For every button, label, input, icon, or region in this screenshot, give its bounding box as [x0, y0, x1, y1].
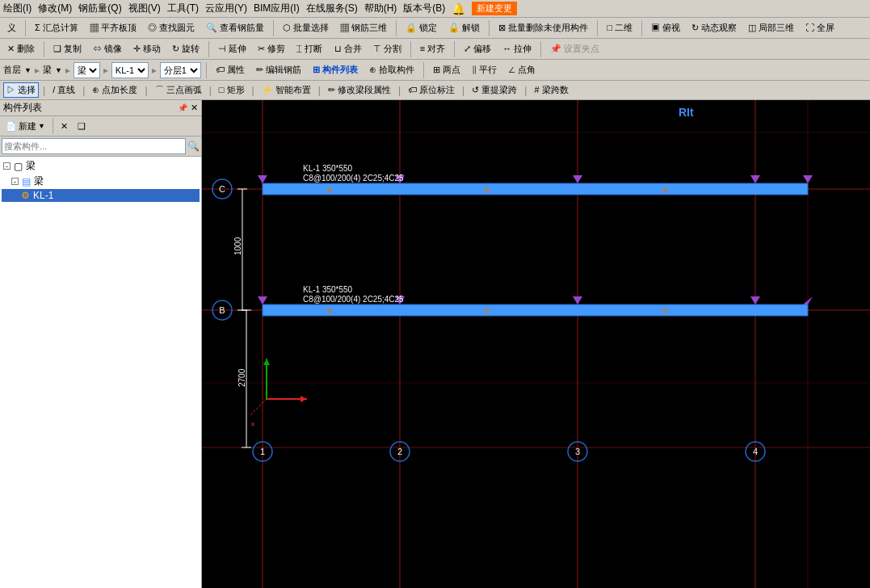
batch-select-btn[interactable]: ⬡ 批量选择: [279, 20, 333, 36]
menu-view[interactable]: 视图(V): [128, 2, 161, 15]
merge-btn[interactable]: ⊔ 合并: [330, 41, 366, 57]
parallel-btn[interactable]: ∥ 平行: [468, 62, 501, 78]
trim-btn[interactable]: ✂ 修剪: [254, 41, 289, 57]
component-list-btn[interactable]: ⊞ 构件列表: [309, 62, 362, 78]
rotate-btn2[interactable]: ↻ 旋转: [168, 41, 204, 57]
arc-tool-btn[interactable]: ⌒ 三点画弧: [152, 82, 205, 98]
two-point-btn[interactable]: ⊞ 两点: [429, 62, 464, 78]
menu-rebar[interactable]: 钢筋量(Q): [78, 2, 121, 15]
separator1: ▸: [35, 65, 40, 76]
2d-btn[interactable]: □ 二维: [603, 20, 637, 36]
tree-root[interactable]: - ▢ 梁: [2, 158, 200, 174]
id-select[interactable]: KL-1: [111, 62, 149, 78]
align-top-btn[interactable]: ▦ 平齐板顶: [86, 20, 141, 36]
canvas-area[interactable]: KL-1 350*550 C8@100/200(4) 2C25;4C25 KL-…: [202, 100, 870, 588]
dynamic-obs-btn[interactable]: ↻ 动态观察: [687, 20, 741, 36]
tree-folder-label: 梁: [34, 174, 44, 188]
find-circle-btn[interactable]: ◎ 查找圆元: [144, 20, 199, 36]
property-btn[interactable]: 🏷 属性: [212, 62, 249, 78]
partial-3d-btn[interactable]: ◫ 局部三维: [744, 20, 798, 36]
subtype-select[interactable]: 梁: [74, 62, 100, 78]
layer-select[interactable]: 分层1: [160, 62, 201, 78]
split-btn[interactable]: ⊤ 分割: [369, 41, 406, 57]
canvas-toolbar: ▷ 选择 | / 直线 | ⊕ 点加长度 | ⌒ 三点画弧 | □ 矩形 | ⚡…: [0, 81, 870, 100]
menubar: 绘图(I) 修改(M) 钢筋量(Q) 视图(V) 工具(T) 云应用(Y) BI…: [0, 0, 870, 18]
top-view-btn[interactable]: ▣ 俯视: [647, 20, 684, 36]
delete-btn[interactable]: ✕ 删除: [3, 41, 39, 57]
tree-expand-icon[interactable]: -: [3, 162, 11, 170]
menu-draw[interactable]: 绘图(I): [3, 2, 32, 15]
tree-area: - ▢ 梁 - ▤ 梁 ⚙ KL-1: [0, 157, 201, 588]
point-angle-btn[interactable]: ∠ 点角: [504, 62, 540, 78]
new-component-btn[interactable]: 📄 新建 ▼: [2, 119, 49, 134]
re-extract-btn[interactable]: ↺ 重提梁跨: [469, 82, 520, 98]
delete-component-btn[interactable]: ✕: [57, 120, 72, 133]
mirror-btn[interactable]: ⇔ 镜像: [89, 41, 126, 57]
tree-expand-icon2[interactable]: -: [11, 178, 19, 185]
floor-dropdown-icon[interactable]: ▼: [24, 66, 32, 74]
align-btn[interactable]: ≡ 对齐: [416, 41, 449, 57]
menu-version[interactable]: 版本号(B): [403, 2, 445, 15]
stretch-btn[interactable]: ↔ 拉伸: [498, 41, 536, 57]
义-btn[interactable]: 义: [3, 20, 20, 36]
offset-btn[interactable]: ⤢ 偏移: [460, 41, 495, 57]
drawing-canvas[interactable]: KL-1 350*550 C8@100/200(4) 2C25;4C25 KL-…: [202, 100, 870, 588]
setpoint-btn[interactable]: 📌 设置夹点: [546, 41, 603, 57]
type-label: 梁: [43, 64, 52, 76]
menu-modify[interactable]: 修改(M): [38, 2, 72, 15]
svg-rect-12: [263, 304, 808, 316]
pick-component-btn[interactable]: ⊕ 拾取构件: [365, 62, 418, 78]
extend-btn[interactable]: ⊣ 延伸: [214, 41, 250, 57]
fullscreen-btn[interactable]: ⛶ 全屏: [801, 20, 838, 36]
gear-icon: ⚙: [21, 190, 30, 201]
new-icon: 📄: [6, 121, 17, 132]
svg-text:KL-1 350*550: KL-1 350*550: [303, 164, 353, 173]
menu-online[interactable]: 在线服务(S): [306, 2, 358, 15]
rect-tool-btn[interactable]: □ 矩形: [216, 82, 248, 98]
tree-item-kl1[interactable]: ⚙ KL-1: [2, 189, 200, 202]
new-change-btn[interactable]: 新建变更: [472, 2, 517, 15]
copy-btn[interactable]: ❑ 复制: [49, 41, 86, 57]
svg-text:2700: 2700: [237, 368, 246, 387]
lock-btn[interactable]: 🔒 锁定: [401, 20, 441, 36]
original-label-btn[interactable]: 🏷 原位标注: [405, 82, 458, 98]
panel-pin-icon[interactable]: 📌: [178, 103, 187, 112]
copy-icon: ❑: [78, 121, 86, 132]
toolbar2: ✕ 删除 ❑ 复制 ⇔ 镜像 ✛ 移动 ↻ 旋转 ⊣ 延伸 ✂ 修剪 ⌶ 打断 …: [0, 39, 870, 60]
notification-icon[interactable]: 🔔: [452, 2, 465, 15]
total-calc-btn[interactable]: Σ 汇总计算: [31, 20, 82, 36]
view-rebar-btn[interactable]: 🔍 查看钢筋量: [202, 20, 268, 36]
svg-rect-26: [327, 309, 332, 313]
type-dropdown-icon[interactable]: ▼: [55, 66, 62, 74]
move-btn[interactable]: ✛ 移动: [129, 41, 165, 57]
side-panel-title: 构件列表 📌 ✕: [0, 100, 201, 116]
batch-delete-btn[interactable]: ⊠ 批量删除未使用构件: [494, 20, 592, 36]
beam-span-count-btn[interactable]: # 梁跨数: [531, 82, 571, 98]
header-row: 首层 ▼ ▸ 梁 ▼ ▸ 梁 ▸ KL-1 ▸ 分层1 🏷 属性 ✏ 编辑钢筋 …: [0, 60, 870, 81]
menu-cloud[interactable]: 云应用(Y): [205, 2, 247, 15]
unlock-btn[interactable]: 🔓 解锁: [444, 20, 484, 36]
search-input[interactable]: [2, 138, 186, 154]
svg-rect-25: [662, 187, 667, 192]
svg-text:1: 1: [260, 447, 265, 456]
edit-rebar-btn[interactable]: ✏ 编辑钢筋: [252, 62, 305, 78]
menu-tools[interactable]: 工具(T): [167, 2, 199, 15]
copy-component-btn[interactable]: ❑: [74, 120, 90, 133]
tree-folder-beam[interactable]: - ▤ 梁: [2, 174, 200, 189]
new-dropdown-icon[interactable]: ▼: [38, 122, 45, 130]
modify-beam-prop-btn[interactable]: ✏ 修改梁段属性: [325, 82, 394, 98]
rebar-3d-btn[interactable]: ▦ 钢筋三维: [336, 20, 391, 36]
delete-icon: ✕: [61, 121, 68, 132]
svg-rect-11: [263, 183, 808, 195]
svg-text:2: 2: [397, 447, 402, 456]
menu-bim[interactable]: BIM应用(I): [254, 2, 300, 15]
select-tool-btn[interactable]: ▷ 选择: [3, 82, 39, 98]
menu-help[interactable]: 帮助(H): [364, 2, 397, 15]
smart-place-btn[interactable]: ⚡ 智能布置: [258, 82, 314, 98]
line-tool-btn[interactable]: / 直线: [49, 82, 78, 98]
svg-text:1000: 1000: [233, 237, 242, 255]
panel-close-icon[interactable]: ✕: [191, 103, 198, 113]
search-icon[interactable]: 🔍: [187, 141, 200, 152]
point-length-btn[interactable]: ⊕ 点加长度: [89, 82, 141, 98]
break-btn[interactable]: ⌶ 打断: [292, 41, 326, 57]
